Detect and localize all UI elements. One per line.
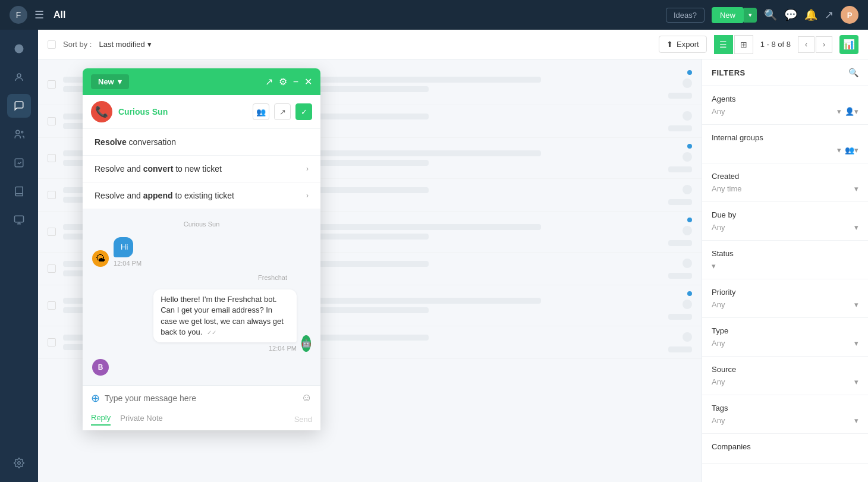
avatar[interactable]: P xyxy=(841,6,858,24)
content-body: New ▾ ↗ ⚙ − ✕ 📞 xyxy=(38,59,868,482)
prev-page-button[interactable]: ‹ xyxy=(798,36,814,53)
sidebar-item-home[interactable] xyxy=(7,37,31,61)
filter-tags: Tags Any ▾ xyxy=(702,395,868,434)
external-link-icon[interactable]: ↗ xyxy=(265,76,273,87)
new-button-group: New ▾ xyxy=(712,7,757,23)
user-avatar: 🌤 xyxy=(92,250,109,267)
resolve-append-option[interactable]: Resolve and append to existing ticket › xyxy=(83,182,320,209)
chevron-right-icon: › xyxy=(306,165,309,173)
transfer-button[interactable]: ↗ xyxy=(274,103,291,120)
ideas-button[interactable]: Ideas? xyxy=(666,8,705,23)
filter-created: Created Any time ▾ xyxy=(702,163,868,202)
new-button[interactable]: New xyxy=(712,7,744,23)
top-nav: F ☰ All Ideas? New ▾ 🔍 💬 🔔 ↗ P xyxy=(0,0,868,30)
status-label: Status xyxy=(712,249,858,258)
external-link-icon[interactable]: ↗ xyxy=(825,8,834,21)
internal-groups-label: Internal groups xyxy=(712,133,858,142)
status-value[interactable]: ▾ xyxy=(712,262,858,270)
toolbar-right: ⬆ Export ☰ ⊞ 1 - 8 of 8 ‹ › 📊 xyxy=(659,35,858,54)
report-button[interactable]: 📊 xyxy=(839,35,858,54)
new-dropdown-button[interactable]: ▾ xyxy=(744,8,757,23)
source-value[interactable]: Any ▾ xyxy=(712,377,858,386)
filters-header: FILTERS 🔍 xyxy=(702,59,868,86)
svg-point-8 xyxy=(18,462,21,465)
select-all-checkbox[interactable] xyxy=(48,40,56,49)
resolve-check-button[interactable]: ✓ xyxy=(295,103,312,120)
priority-value[interactable]: Any ▾ xyxy=(712,300,858,309)
chat-messages: Curious Sun 🌤 Hi 12:04 PM xyxy=(83,209,320,385)
contact-phone-icon: 📞 xyxy=(91,101,112,122)
companies-label: Companies xyxy=(712,442,858,451)
source-label: Source xyxy=(712,365,858,374)
sidebar-item-settings[interactable] xyxy=(7,451,31,475)
minimize-icon[interactable]: − xyxy=(293,77,298,87)
reply-tab[interactable]: Reply xyxy=(91,413,111,426)
list-view-button[interactable]: ☰ xyxy=(714,35,733,54)
internal-groups-value[interactable]: ▾ 👥▾ xyxy=(712,146,858,155)
chat-icon[interactable]: 💬 xyxy=(784,8,797,21)
priority-label: Priority xyxy=(712,288,858,297)
freshchat-label: Freshchat xyxy=(92,274,311,281)
agents-value[interactable]: Any ▾ 👤▾ xyxy=(712,107,858,116)
sender-label: Curious Sun xyxy=(92,220,311,228)
due-by-value[interactable]: Any ▾ xyxy=(712,223,858,232)
resolve-convert-option[interactable]: Resolve and convert to new ticket › xyxy=(83,156,320,182)
due-by-label: Due by xyxy=(712,210,858,219)
search-icon[interactable]: 🔍 xyxy=(764,8,777,21)
chat-input-row: ⊕ ☺ xyxy=(83,386,320,411)
status-button[interactable]: New ▾ xyxy=(91,74,129,89)
chat-header: New ▾ ↗ ⚙ − ✕ xyxy=(83,68,320,95)
contact-bar: 📞 Curious Sun 👥 ↗ ✓ xyxy=(83,95,320,129)
svg-point-1 xyxy=(17,74,21,77)
message-row: 🤖 Hello there! I'm the Freshchat bot. Ca… xyxy=(92,289,311,352)
hamburger-icon[interactable]: ☰ xyxy=(34,8,44,21)
conversations-list[interactable]: New ▾ ↗ ⚙ − ✕ 📞 xyxy=(38,59,702,482)
filter-due-by: Due by Any ▾ xyxy=(702,202,868,241)
chat-input-area: ⊕ ☺ Reply Private Note Send xyxy=(83,385,320,430)
sidebar-item-library[interactable] xyxy=(7,179,31,203)
resolve-conversation-option[interactable]: Resolve conversation xyxy=(83,129,320,156)
assign-button[interactable]: 👥 xyxy=(253,103,269,120)
grid-view-button[interactable]: ⊞ xyxy=(734,35,753,54)
sidebar-item-conversations[interactable] xyxy=(7,94,31,118)
svg-point-2 xyxy=(16,130,20,134)
filter-internal-groups: Internal groups ▾ 👥▾ xyxy=(702,125,868,163)
sidebar-item-analytics[interactable] xyxy=(7,208,31,232)
export-button[interactable]: ⬆ Export xyxy=(659,36,707,53)
add-attachment-icon[interactable]: ⊕ xyxy=(91,392,100,405)
sort-value[interactable]: Last modified ▾ xyxy=(99,40,151,49)
emoji-icon[interactable]: ☺ xyxy=(301,392,312,404)
type-label: Type xyxy=(712,326,858,335)
filter-type: Type Any ▾ xyxy=(702,318,868,357)
chat-header-icons: ↗ ⚙ − ✕ xyxy=(265,76,312,87)
bell-icon[interactable]: 🔔 xyxy=(804,8,817,21)
next-page-button[interactable]: › xyxy=(816,36,832,53)
filter-source: Source Any ▾ xyxy=(702,357,868,395)
filter-search-icon[interactable]: 🔍 xyxy=(848,68,858,77)
send-button[interactable]: Send xyxy=(294,415,312,424)
main-layout: Sort by : Last modified ▾ ⬆ Export ☰ ⊞ xyxy=(0,30,868,482)
sidebar xyxy=(0,30,38,482)
sidebar-item-people[interactable] xyxy=(7,122,31,146)
chat-tabs: Reply Private Note Send xyxy=(83,411,320,430)
created-label: Created xyxy=(712,172,858,181)
message-bubble: Hello there! I'm the Freshchat bot. Can … xyxy=(153,289,297,342)
sidebar-item-reports[interactable] xyxy=(7,151,31,175)
filters-panel: FILTERS 🔍 Agents Any ▾ 👤▾ xyxy=(702,59,868,482)
message-bubble: Hi xyxy=(114,237,133,257)
bot-avatar: 🤖 xyxy=(301,335,311,352)
sidebar-item-contacts[interactable] xyxy=(7,65,31,89)
created-value[interactable]: Any time ▾ xyxy=(712,184,858,193)
settings-icon[interactable]: ⚙ xyxy=(279,76,287,87)
content-area: Sort by : Last modified ▾ ⬆ Export ☰ ⊞ xyxy=(38,30,868,482)
private-note-tab[interactable]: Private Note xyxy=(120,414,163,425)
view-toggle: ☰ ⊞ xyxy=(714,35,753,54)
chat-input[interactable] xyxy=(105,393,297,403)
close-icon[interactable]: ✕ xyxy=(304,76,312,87)
type-value[interactable]: Any ▾ xyxy=(712,339,858,348)
tags-value[interactable]: Any ▾ xyxy=(712,416,858,425)
agents-label: Agents xyxy=(712,94,858,103)
tags-label: Tags xyxy=(712,404,858,412)
contact-actions: 👥 ↗ ✓ xyxy=(253,103,312,120)
filter-companies: Companies xyxy=(702,434,868,464)
